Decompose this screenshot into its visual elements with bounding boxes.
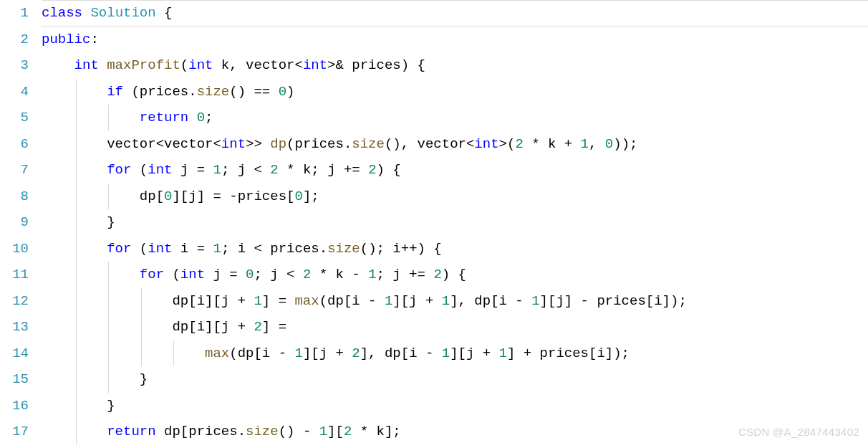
- code-token: 1: [213, 162, 221, 178]
- line-number: 6: [0, 131, 29, 158]
- line-number: 11: [0, 262, 29, 288]
- code-line[interactable]: }: [42, 393, 868, 419]
- code-token: }: [42, 214, 115, 230]
- code-token: max: [205, 345, 229, 361]
- code-token: ] + prices[i]);: [507, 345, 630, 361]
- code-token: class: [42, 5, 90, 21]
- code-token: dp[i][j +: [42, 319, 254, 335]
- code-token: j =: [172, 162, 213, 178]
- code-token: dp: [270, 136, 286, 152]
- code-token: ][j] = -prices[: [172, 189, 294, 204]
- line-number: 8: [0, 184, 29, 210]
- line-number: 1: [0, 0, 29, 27]
- code-line[interactable]: return dp[prices.size() - 1][2 * k];: [42, 419, 868, 445]
- code-token: (prices.: [123, 84, 197, 100]
- line-number-gutter: 1234567891011121314151617: [0, 0, 42, 445]
- line-number: 3: [0, 52, 29, 79]
- code-token: ));: [613, 136, 637, 152]
- code-line[interactable]: class Solution {: [42, 0, 868, 27]
- code-token: 1: [581, 136, 589, 152]
- code-token: }: [42, 371, 148, 387]
- code-token: 1: [294, 345, 302, 361]
- code-token: ] =: [262, 293, 295, 309]
- code-token: ; i < prices.: [221, 241, 327, 257]
- code-token: (: [131, 162, 148, 178]
- code-token: 1: [531, 293, 539, 309]
- code-token: [42, 162, 107, 178]
- code-token: * k +: [524, 136, 581, 152]
- code-line[interactable]: }: [42, 366, 868, 393]
- code-token: }: [42, 398, 115, 414]
- code-token: int: [303, 57, 327, 73]
- line-number: 17: [0, 419, 29, 445]
- code-token: ; j <: [254, 267, 303, 282]
- code-token: 2: [515, 136, 523, 152]
- code-token: (dp[i -: [319, 293, 385, 309]
- code-line[interactable]: dp[i][j + 2] =: [42, 314, 868, 340]
- code-token: ][j +: [450, 345, 498, 361]
- code-token: ][j +: [303, 345, 352, 361]
- code-token: ; j +=: [377, 267, 434, 282]
- code-token: 0: [279, 84, 286, 100]
- code-token: () ==: [229, 84, 278, 100]
- code-token: ][j] - prices[i]);: [540, 293, 687, 309]
- code-token: ;: [205, 110, 213, 125]
- code-line[interactable]: if (prices.size() == 0): [42, 79, 868, 105]
- code-token: >(: [499, 136, 516, 152]
- code-token: int: [148, 162, 172, 178]
- code-token: 1: [368, 267, 376, 282]
- code-token: (: [131, 241, 148, 257]
- code-line[interactable]: max(dp[i - 1][j + 2], dp[i - 1][j + 1] +…: [42, 340, 868, 367]
- code-token: 2: [368, 162, 376, 178]
- code-token: if: [107, 84, 123, 100]
- code-token: * k];: [352, 424, 400, 439]
- code-token: 0: [605, 136, 613, 152]
- code-editor: 1234567891011121314151617 class Solution…: [0, 0, 868, 445]
- code-line[interactable]: vector<vector<int>> dp(prices.size(), ve…: [42, 131, 868, 158]
- code-token: >>: [246, 136, 270, 152]
- code-token: 1: [213, 241, 221, 257]
- code-token: ], dp[i -: [450, 293, 531, 309]
- code-token: int: [188, 57, 213, 73]
- code-line[interactable]: int maxProfit(int k, vector<int>& prices…: [42, 52, 868, 79]
- line-number: 12: [0, 288, 29, 315]
- code-token: int: [474, 136, 498, 152]
- code-line[interactable]: }: [42, 209, 868, 236]
- code-area[interactable]: class Solution {public: int maxProfit(in…: [42, 0, 868, 445]
- code-token: 0: [246, 267, 254, 282]
- code-token: [42, 110, 140, 125]
- code-token: j =: [205, 267, 246, 282]
- code-token: ][: [327, 424, 344, 439]
- code-token: ][j +: [392, 293, 441, 309]
- code-token: return: [140, 110, 197, 125]
- code-line[interactable]: dp[0][j] = -prices[0];: [42, 184, 868, 210]
- code-token: 0: [164, 189, 172, 204]
- code-token: max: [294, 293, 319, 309]
- code-token: ; j <: [221, 162, 270, 178]
- code-token: 2: [344, 424, 352, 439]
- code-token: 1: [319, 424, 327, 439]
- line-number: 2: [0, 27, 29, 53]
- code-token: 2: [254, 319, 261, 335]
- code-line[interactable]: public:: [42, 27, 868, 53]
- code-line[interactable]: return 0;: [42, 105, 868, 131]
- code-token: for: [107, 241, 131, 257]
- code-line[interactable]: dp[i][j + 1] = max(dp[i - 1][j + 1], dp[…: [42, 288, 868, 315]
- code-token: i =: [172, 241, 213, 257]
- code-token: k, vector<: [213, 57, 302, 73]
- code-token: [42, 267, 140, 282]
- code-token: 2: [303, 267, 311, 282]
- line-number: 4: [0, 79, 29, 105]
- code-token: int: [74, 57, 107, 73]
- code-token: vector<vector<: [42, 136, 221, 152]
- code-token: for: [107, 162, 131, 178]
- line-number: 10: [0, 236, 29, 262]
- code-line[interactable]: for (int j = 1; j < 2 * k; j += 2) {: [42, 157, 868, 184]
- code-token: * k; j +=: [279, 162, 368, 178]
- line-number: 15: [0, 366, 29, 393]
- code-line[interactable]: for (int i = 1; i < prices.size(); i++) …: [42, 236, 868, 262]
- code-token: (), vector<: [385, 136, 474, 152]
- code-token: 2: [352, 345, 360, 361]
- code-line[interactable]: for (int j = 0; j < 2 * k - 1; j += 2) {: [42, 262, 868, 288]
- line-number: 16: [0, 393, 29, 419]
